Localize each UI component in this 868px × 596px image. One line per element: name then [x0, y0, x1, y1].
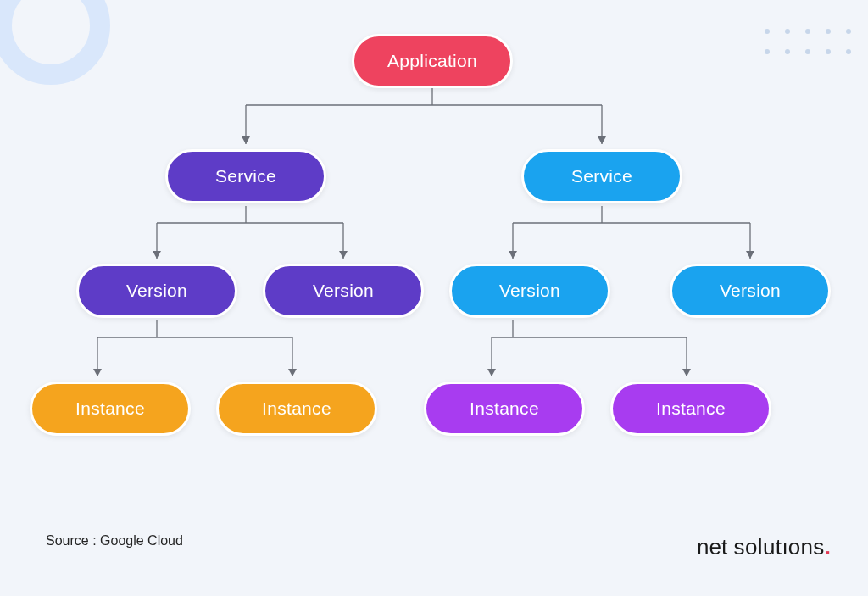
decorative-dots: [765, 29, 851, 54]
logo-dot: .: [825, 534, 831, 560]
service-node-right: Service: [521, 149, 682, 203]
version-node-2: Version: [263, 264, 424, 318]
logo-i: ı: [782, 534, 787, 560]
logo-solutions: solut: [733, 534, 782, 560]
decorative-ring: [0, 0, 110, 85]
service-node-left: Service: [165, 149, 326, 203]
version-node-1: Version: [76, 264, 237, 318]
instance-node-1: Instance: [30, 382, 191, 436]
instance-node-4: Instance: [610, 382, 771, 436]
version-node-4: Version: [670, 264, 831, 318]
logo-net: net: [697, 534, 727, 560]
version-node-3: Version: [449, 264, 610, 318]
logo-tail: ons: [788, 534, 825, 560]
source-text: Source : Google Cloud: [46, 533, 183, 549]
logo: net solutıons.: [697, 534, 831, 560]
application-node: Application: [352, 34, 513, 88]
instance-node-2: Instance: [216, 382, 377, 436]
instance-node-3: Instance: [424, 382, 585, 436]
